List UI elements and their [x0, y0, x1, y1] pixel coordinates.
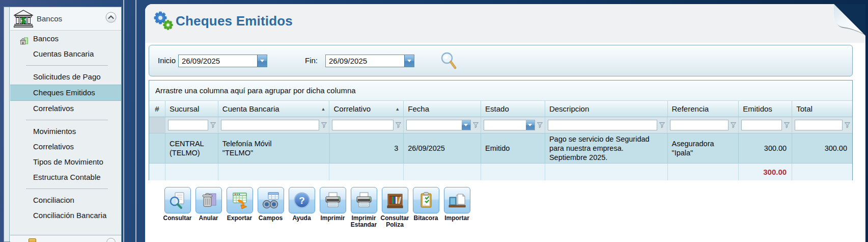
- sidebar-separator: [26, 120, 108, 120]
- expand-panel-button[interactable]: [106, 238, 116, 242]
- filter-funnel-icon[interactable]: [659, 122, 665, 128]
- search-icon[interactable]: [439, 51, 459, 71]
- filter-funnel-icon[interactable]: [472, 122, 479, 128]
- imprimir-estandar-button[interactable]: Imprimir Estandar: [348, 187, 379, 229]
- filter-input-correlativo[interactable]: [332, 120, 394, 130]
- column-header-estado[interactable]: Estado: [481, 101, 545, 117]
- fecha-fin-dropdown-button[interactable]: [404, 55, 414, 67]
- filter-cell-fecha: [404, 117, 481, 133]
- anular-button[interactable]: Anular: [193, 187, 224, 229]
- fecha-fin-picker[interactable]: 26/09/2025: [325, 55, 414, 67]
- fecha-inicio-picker[interactable]: 26/09/2025: [178, 55, 267, 67]
- filter-input-descripcion[interactable]: [548, 120, 657, 130]
- sidebar-next-section-header[interactable]: [10, 235, 121, 242]
- sidebar-separator: [26, 65, 108, 66]
- importar-icon: [448, 191, 466, 209]
- sort-asc-icon: ▲: [395, 106, 400, 112]
- consultar-icon: [169, 191, 187, 209]
- splitter-line: [135, 0, 136, 242]
- filter-funnel-icon[interactable]: [395, 122, 402, 128]
- cheques-grid: Arrastre una columna aquí para agrupar p…: [149, 80, 853, 180]
- sidebar-gutter: [4, 7, 10, 241]
- consultar-poliza-button[interactable]: Consultar Poliza: [379, 187, 410, 229]
- cell-referencia: Aseguradora "Ipala": [668, 133, 739, 163]
- sidebar-item-conciliacion[interactable]: Conciliacion: [10, 193, 121, 208]
- importar-button[interactable]: Importar: [441, 187, 472, 229]
- filter-funnel-icon[interactable]: [844, 122, 851, 128]
- svg-text:$: $: [21, 16, 26, 25]
- filter-funnel-icon[interactable]: [783, 122, 790, 128]
- exportar-button[interactable]: Exportar: [224, 187, 255, 229]
- consultar-button[interactable]: Consultar: [162, 187, 193, 229]
- sidebar-item-cuentas-bancaria[interactable]: Cuentas Bancaria: [10, 46, 121, 62]
- collapse-panel-button[interactable]: [105, 12, 117, 23]
- column-header-cuenta-bancaria[interactable]: Cuenta Bancaria▲: [218, 101, 330, 117]
- filter-input-fecha[interactable]: [407, 120, 462, 130]
- imprimir-estandar-icon: [355, 191, 373, 209]
- table-row[interactable]: CENTRAL (TELMO) Telefonía Móvil "TELMO" …: [149, 133, 852, 164]
- filter-input-cuenta-bancaria[interactable]: [221, 120, 319, 130]
- sidebar-item-label: Cheques Emitidos: [33, 88, 95, 97]
- filter-fecha-dropdown-button[interactable]: [462, 120, 470, 130]
- column-header-correlativo[interactable]: Correlativo▲: [329, 101, 404, 117]
- sidebar-item-movimientos[interactable]: Movimientos: [10, 124, 121, 139]
- campos-button[interactable]: Campos: [255, 187, 286, 229]
- cell-sucursal: CENTRAL (TELMO): [165, 133, 218, 163]
- filter-funnel-icon[interactable]: [730, 122, 737, 128]
- sidebar-item-label: Correlativos: [33, 142, 74, 151]
- sidebar-panel: $ Bancos: [4, 7, 122, 242]
- sidebar-item-bancos[interactable]: Bancos: [10, 31, 121, 46]
- filter-input-emitidos[interactable]: [741, 120, 782, 130]
- chevron-down-icon: [528, 124, 532, 126]
- cell-total: 300.00: [792, 133, 852, 163]
- filter-funnel-icon[interactable]: [321, 122, 327, 128]
- ayuda-button[interactable]: ? Ayuda: [286, 187, 317, 229]
- main-panel: Cheques Emitidos Inicio 26/09/2025 Fin: …: [145, 4, 865, 242]
- column-header-fecha[interactable]: Fecha: [404, 101, 481, 117]
- imprimir-button[interactable]: Imprimir: [317, 187, 348, 229]
- column-header-emitidos[interactable]: Emitidos: [739, 101, 792, 117]
- ayuda-icon: ?: [293, 191, 311, 209]
- sidebar-item-estructura-contable[interactable]: Estructura Contable: [10, 170, 121, 185]
- column-header-hash[interactable]: #: [149, 101, 165, 117]
- sidebar-item-tipos-de-movimiento[interactable]: Tipos de Movimiento: [10, 154, 121, 170]
- column-header-total[interactable]: Total: [792, 101, 852, 117]
- sidebar-item-solicitudes-de-pago[interactable]: Solicitudes de Pago: [10, 69, 121, 85]
- action-toolbar: Consultar Anular: [162, 187, 472, 229]
- grid-header-row: # Sucursal Cuenta Bancaria▲ Correlativo▲…: [149, 101, 852, 117]
- cell-fecha: 26/09/2025: [404, 133, 481, 163]
- anular-icon: [200, 191, 218, 209]
- imprimir-icon: [324, 191, 342, 209]
- filter-cell-emitidos: [739, 117, 792, 133]
- filter-cell-hash: [149, 117, 165, 133]
- chevron-down-icon: [407, 60, 411, 62]
- filter-funnel-icon[interactable]: [537, 122, 543, 128]
- section-icon: [29, 238, 36, 242]
- bitacora-button[interactable]: Bitacora: [410, 187, 441, 229]
- group-by-panel[interactable]: Arrastre una columna aquí para agrupar p…: [149, 80, 852, 101]
- filter-input-sucursal[interactable]: [168, 120, 208, 130]
- sidebar-item-correlativos-2[interactable]: Correlativos: [10, 139, 121, 154]
- column-header-descripcion[interactable]: Descripcion: [545, 101, 668, 117]
- column-header-sucursal[interactable]: Sucursal: [165, 101, 218, 117]
- sidebar-item-label: Correlativos: [33, 104, 74, 113]
- column-header-referencia[interactable]: Referencia: [668, 101, 739, 117]
- inicio-label: Inicio: [158, 45, 176, 76]
- filter-input-referencia[interactable]: [670, 120, 729, 130]
- fecha-inicio-dropdown-button[interactable]: [257, 55, 267, 67]
- filter-funnel-icon[interactable]: [210, 122, 216, 128]
- filter-cell-descripcion: [545, 117, 667, 133]
- chevron-down-icon: [464, 124, 468, 126]
- sidebar-item-correlativos[interactable]: Correlativos: [10, 101, 121, 116]
- sidebar-item-label: Bancos: [33, 34, 59, 43]
- sidebar-item-conciliacion-bancaria[interactable]: Conciliación Bancaria: [10, 208, 121, 223]
- exportar-icon: [231, 191, 249, 209]
- sidebar-item-label: Conciliacion: [33, 196, 74, 204]
- filter-input-estado[interactable]: [484, 120, 526, 130]
- filter-estado-dropdown-button[interactable]: [526, 120, 535, 130]
- sidebar-item-cheques-emitidos[interactable]: Cheques Emitidos: [10, 85, 121, 101]
- filter-input-total[interactable]: [795, 120, 843, 130]
- filter-cell-cuenta-bancaria: [218, 117, 329, 133]
- sidebar-menu: Bancos Cuentas Bancaria Solicitudes de P…: [10, 31, 121, 223]
- date-filter-bar: Inicio 26/09/2025 Fin: 26/09/2025: [149, 45, 853, 76]
